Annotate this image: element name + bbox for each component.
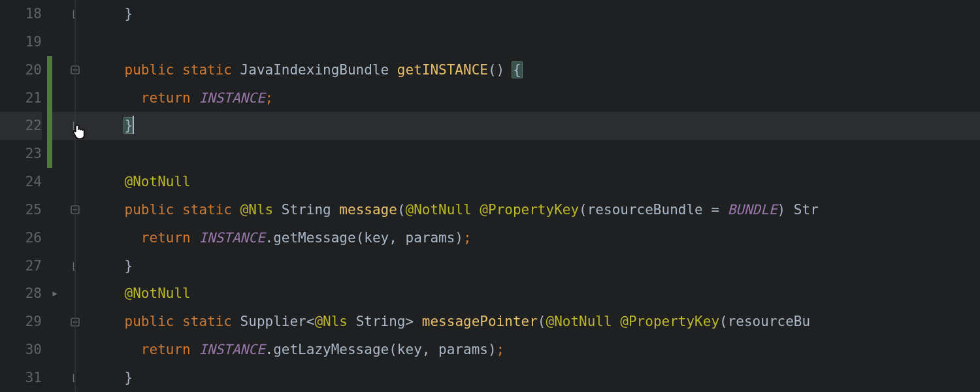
line-number[interactable]: 25 xyxy=(14,196,42,224)
code-line[interactable]: return INSTANCE.getLazyMessage(key, para… xyxy=(88,336,980,364)
matched-brace: { xyxy=(512,61,523,78)
code-content[interactable]: } public static JavaIndexingBundle getIN… xyxy=(88,0,980,392)
line-number[interactable]: 18 xyxy=(14,0,42,28)
line-number[interactable]: 28 xyxy=(14,280,42,308)
line-number[interactable]: 23 xyxy=(14,140,42,168)
line-number[interactable]: 20 xyxy=(14,56,42,84)
line-number[interactable]: 19 xyxy=(14,28,42,56)
line-number[interactable]: 27 xyxy=(14,252,42,280)
vcs-added-marker[interactable] xyxy=(47,56,52,84)
code-line[interactable]: return INSTANCE; xyxy=(88,84,980,112)
breakpoint-gutter[interactable] xyxy=(0,0,14,392)
code-line[interactable]: return INSTANCE.getMessage(key, params); xyxy=(88,224,980,252)
run-gutter-icon[interactable]: ▶ xyxy=(52,280,57,308)
line-number[interactable]: 29 xyxy=(14,308,42,336)
line-number[interactable]: 24 xyxy=(14,168,42,196)
fold-end-icon[interactable]: ⌊ xyxy=(71,112,76,140)
fold-end-icon[interactable]: ⌊ xyxy=(71,364,76,392)
code-line[interactable]: public static @Nls String message(@NotNu… xyxy=(88,196,980,224)
code-line[interactable]: @NotNull xyxy=(88,168,980,196)
fold-end-icon[interactable]: ⌊ xyxy=(71,0,76,28)
line-number[interactable]: 21 xyxy=(14,84,42,112)
editor-gutter: 18 19 20 21 22 23 24 25 26 27 28 29 30 3… xyxy=(0,0,88,392)
code-line[interactable] xyxy=(88,140,980,168)
text-caret xyxy=(133,116,134,134)
code-line[interactable]: } xyxy=(88,252,980,280)
code-line[interactable]: } xyxy=(88,364,980,392)
line-number[interactable]: 22 xyxy=(14,112,42,140)
line-number[interactable]: 30 xyxy=(14,336,42,364)
line-number-gutter[interactable]: 18 19 20 21 22 23 24 25 26 27 28 29 30 3… xyxy=(14,0,47,392)
code-line[interactable] xyxy=(88,28,980,56)
fold-gutter[interactable]: ⌊ ⌊ ⌊ xyxy=(63,0,88,392)
line-number[interactable]: 26 xyxy=(14,224,42,252)
vcs-added-marker[interactable] xyxy=(47,140,52,168)
line-number[interactable]: 31 xyxy=(14,364,42,392)
fold-end-icon[interactable]: ⌊ xyxy=(71,252,76,280)
vcs-marker-gutter[interactable]: ▶ xyxy=(47,0,63,392)
code-line[interactable]: public static Supplier<@Nls String> mess… xyxy=(88,308,980,336)
code-line[interactable]: public static JavaIndexingBundle getINST… xyxy=(88,56,980,84)
code-line-current[interactable]: } xyxy=(88,112,980,140)
code-line[interactable]: @NotNull xyxy=(88,280,980,308)
vcs-added-marker[interactable] xyxy=(47,84,52,112)
vcs-added-marker[interactable] xyxy=(47,112,52,140)
code-editor[interactable]: 18 19 20 21 22 23 24 25 26 27 28 29 30 3… xyxy=(0,0,980,392)
code-line[interactable]: } xyxy=(88,0,980,28)
